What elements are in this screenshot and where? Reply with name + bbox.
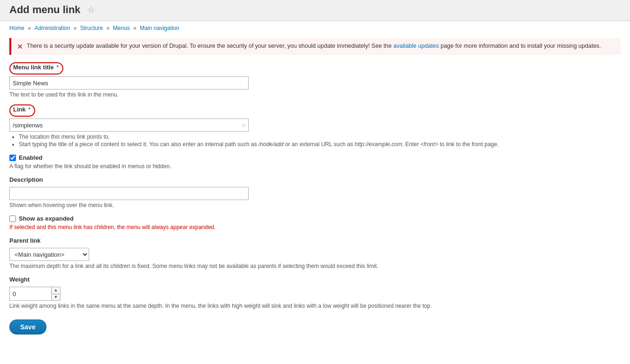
weight-label: Weight <box>9 276 30 283</box>
link-description: The location this menu link points to. S… <box>9 134 621 148</box>
breadcrumb-home[interactable]: Home <box>9 25 24 31</box>
breadcrumb-sep-3: » <box>106 25 111 31</box>
alert-text-before: There is a security update available for… <box>27 43 393 49</box>
parent-link-label: Parent link <box>9 237 40 244</box>
form-container: Menu link title * The text to be used fo… <box>0 60 630 344</box>
weight-spinner: ▲ ▼ <box>52 287 61 301</box>
breadcrumb-sep-1: » <box>28 25 32 31</box>
breadcrumb-menus[interactable]: Menus <box>113 25 130 31</box>
link-group: Link * ○ The location this menu link poi… <box>9 104 621 148</box>
security-alert: ✕ There is a security update available f… <box>9 38 621 55</box>
link-required-star: * <box>27 106 31 113</box>
description-group: Description Shown when hovering over the… <box>9 176 621 208</box>
parent-link-description: The maximum depth for a link and all its… <box>9 263 621 269</box>
show-expanded-group: Show as expanded If selected and this me… <box>9 215 621 230</box>
menu-link-title-input[interactable] <box>9 76 249 89</box>
parent-link-select[interactable]: <Main navigation> <box>9 248 89 261</box>
weight-increment-button[interactable]: ▲ <box>52 287 60 294</box>
breadcrumb-sep-2: » <box>74 25 78 31</box>
description-label: Description <box>9 176 43 183</box>
weight-group: Weight ▲ ▼ Link weight among links in th… <box>9 276 621 309</box>
weight-input-wrapper: ▲ ▼ <box>9 287 621 301</box>
link-input-wrapper: ○ <box>9 119 249 132</box>
description-input[interactable] <box>9 187 249 200</box>
star-icon[interactable]: ☆ <box>87 5 95 15</box>
breadcrumb-administration[interactable]: Administration <box>34 25 70 31</box>
weight-decrement-button[interactable]: ▼ <box>52 294 60 301</box>
breadcrumb-main-navigation[interactable]: Main navigation <box>140 25 179 31</box>
show-expanded-checkbox[interactable] <box>9 215 16 222</box>
enabled-group: Enabled A flag for whether the link shou… <box>9 154 621 170</box>
parent-link-group: Parent link <Main navigation> The maximu… <box>9 237 621 269</box>
page-title: Add menu link <box>9 4 81 16</box>
save-area: Save <box>9 316 46 334</box>
alert-message: There is a security update available for… <box>27 42 601 51</box>
available-updates-link[interactable]: available updates <box>393 43 439 49</box>
menu-link-title-label: Menu link title <box>13 64 54 71</box>
breadcrumb-sep-4: » <box>133 25 138 31</box>
breadcrumb: Home » Administration » Structure » Menu… <box>0 21 630 35</box>
enabled-description: A flag for whether the link should be en… <box>9 163 621 170</box>
link-clear-icon[interactable]: ○ <box>242 121 246 129</box>
page-header: Add menu link ☆ <box>0 0 630 21</box>
weight-input[interactable] <box>9 287 52 301</box>
menu-link-title-desc: The text to be used for this link in the… <box>9 91 621 98</box>
save-button[interactable]: Save <box>9 319 46 334</box>
alert-error-icon: ✕ <box>17 42 23 51</box>
link-input[interactable] <box>9 119 249 132</box>
menu-link-title-group: Menu link title * The text to be used fo… <box>9 62 621 98</box>
weight-description: Link weight among links in the same menu… <box>9 303 621 309</box>
title-required-star: * <box>55 64 59 71</box>
enabled-checkbox[interactable] <box>9 155 16 161</box>
show-expanded-description: If selected and this menu link has child… <box>9 224 621 230</box>
description-help: Shown when hovering over the menu link. <box>9 202 621 208</box>
link-desc-item-2: Start typing the title of a piece of con… <box>19 141 621 148</box>
link-label: Link <box>13 106 26 113</box>
breadcrumb-structure[interactable]: Structure <box>80 25 103 31</box>
show-expanded-label: Show as expanded <box>19 215 74 222</box>
link-desc-item-1: The location this menu link points to. <box>19 134 621 140</box>
alert-text-after: page for more information and to install… <box>439 43 601 49</box>
enabled-label: Enabled <box>19 154 43 161</box>
